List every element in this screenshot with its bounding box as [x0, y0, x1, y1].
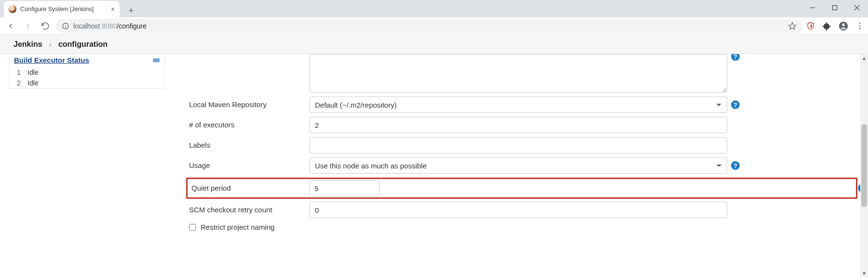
toolbar-right — [806, 21, 864, 31]
scm-retry-row: SCM checkout retry count — [189, 202, 857, 218]
labels-row: Labels — [189, 137, 857, 153]
breadcrumb-root[interactable]: Jenkins — [14, 40, 42, 49]
kebab-menu-icon[interactable] — [855, 22, 864, 30]
help-icon[interactable]: ? — [731, 100, 740, 109]
system-message-row: ? — [189, 54, 857, 93]
url-text: localhost:8080/configure — [73, 22, 147, 30]
sidebar: Build Executor Status 1 Idle 2 Idle — [0, 54, 170, 277]
collapse-icon[interactable] — [153, 58, 160, 62]
close-icon[interactable]: × — [111, 5, 115, 13]
restrict-naming-row: Restrict project naming — [189, 223, 857, 231]
svg-point-12 — [859, 28, 861, 29]
tab-strip: Configure System [Jenkins] × + — [0, 0, 868, 17]
back-button[interactable] — [4, 19, 17, 33]
quiet-period-input[interactable] — [309, 180, 380, 196]
browser-chrome: Configure System [Jenkins] × + localhost… — [0, 0, 868, 35]
system-message-label — [189, 54, 310, 58]
labels-label: Labels — [189, 137, 310, 149]
build-executor-status-link[interactable]: Build Executor Status — [14, 56, 89, 64]
window-close-button[interactable] — [846, 0, 868, 15]
scrollbar[interactable]: ▲ ▼ — [860, 54, 868, 277]
quiet-period-label: Quiet period — [189, 180, 309, 192]
window-maximize-button[interactable] — [824, 0, 846, 15]
address-row: localhost:8080/configure — [0, 17, 868, 35]
executors-label: # of executors — [189, 117, 310, 129]
executor-row: 2 Idle — [9, 78, 164, 88]
address-bar[interactable]: localhost:8080/configure — [56, 19, 802, 33]
svg-point-11 — [859, 25, 861, 27]
svg-point-9 — [842, 23, 845, 26]
maven-repo-label: Local Maven Repository — [189, 97, 310, 109]
maven-repo-row: Local Maven Repository Default (~/.m2/re… — [189, 97, 857, 113]
scroll-down-icon[interactable]: ▼ — [862, 269, 867, 277]
usage-select[interactable]: Use this node as much as possible — [310, 157, 727, 174]
executor-state: Idle — [27, 69, 39, 76]
window-controls — [801, 0, 868, 15]
scm-retry-label: SCM checkout retry count — [189, 202, 310, 214]
system-message-textarea[interactable] — [310, 54, 727, 93]
window-minimize-button[interactable] — [801, 0, 824, 15]
usage-label: Usage — [189, 157, 310, 169]
page-body: Build Executor Status 1 Idle 2 Idle ? Lo… — [0, 54, 868, 277]
restrict-naming-checkbox[interactable] — [189, 224, 196, 231]
svg-rect-1 — [833, 6, 837, 10]
breadcrumb-current[interactable]: configuration — [58, 40, 108, 49]
executors-input[interactable] — [310, 117, 727, 133]
reload-button[interactable] — [39, 19, 52, 33]
chevron-right-icon: › — [49, 40, 52, 49]
bookmark-star-icon[interactable] — [788, 22, 797, 30]
build-executor-panel: Build Executor Status 1 Idle 2 Idle — [9, 54, 165, 89]
shield-icon[interactable] — [806, 22, 815, 30]
breadcrumb: Jenkins › configuration — [0, 35, 868, 54]
svg-marker-7 — [789, 22, 796, 29]
profile-icon[interactable] — [838, 21, 849, 31]
executor-state: Idle — [27, 79, 39, 87]
main-form: ? Local Maven Repository Default (~/.m2/… — [170, 54, 868, 277]
help-icon[interactable]: ? — [731, 161, 740, 170]
help-icon[interactable]: ? — [731, 54, 740, 61]
site-info-icon[interactable] — [62, 22, 69, 30]
svg-point-10 — [859, 23, 861, 24]
forward-button[interactable] — [21, 19, 35, 33]
executor-number: 1 — [17, 69, 23, 76]
scm-retry-input[interactable] — [310, 202, 727, 218]
scroll-thumb[interactable] — [861, 124, 867, 207]
browser-tab-active[interactable]: Configure System [Jenkins] × — [4, 1, 120, 17]
executor-row: 1 Idle — [9, 67, 164, 78]
new-tab-button[interactable]: + — [124, 4, 138, 17]
tab-title: Configure System [Jenkins] — [20, 6, 107, 13]
maven-repo-select[interactable]: Default (~/.m2/repository) — [310, 97, 727, 113]
restrict-naming-label: Restrict project naming — [201, 223, 274, 231]
usage-row: Usage Use this node as much as possible … — [189, 157, 857, 174]
extensions-icon[interactable] — [822, 21, 831, 31]
executors-row: # of executors — [189, 117, 857, 133]
jenkins-favicon-icon — [9, 5, 16, 13]
scroll-up-icon[interactable]: ▲ — [862, 54, 867, 62]
labels-input[interactable] — [310, 137, 727, 153]
quiet-period-highlight: Quiet period ? — [186, 178, 857, 199]
executor-number: 2 — [17, 79, 23, 87]
